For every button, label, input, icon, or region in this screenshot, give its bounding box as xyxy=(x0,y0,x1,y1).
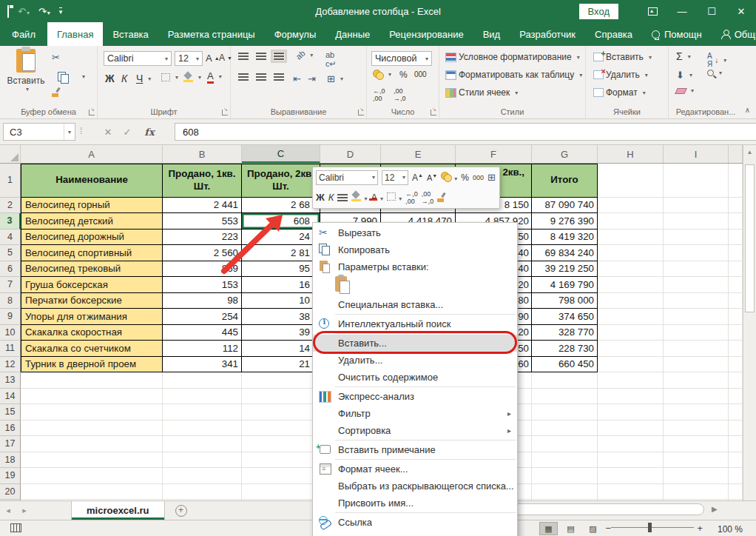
font-dialog-launcher[interactable] xyxy=(222,110,228,115)
cell-G19[interactable] xyxy=(532,468,598,484)
column-header-C[interactable]: C xyxy=(242,145,320,163)
menu-item-вставить-примечание[interactable]: Вставить примечание xyxy=(313,441,517,458)
cell-B10[interactable]: 445 xyxy=(163,325,242,341)
cell-C13[interactable] xyxy=(242,372,320,389)
column-header-H[interactable]: H xyxy=(598,145,664,163)
align-middle-button[interactable] xyxy=(256,53,266,60)
cell-H7[interactable] xyxy=(598,277,664,293)
cell-B11[interactable]: 112 xyxy=(163,341,242,357)
page-break-view-button[interactable]: ▨ xyxy=(584,522,602,535)
decrease-indent-button[interactable]: ⇤ xyxy=(293,73,301,84)
clipboard-dialog-launcher[interactable] xyxy=(89,110,95,115)
cell-A7[interactable]: Груша боксерская xyxy=(21,277,163,293)
tab-формулы[interactable]: Формулы xyxy=(265,22,326,46)
maximize-button[interactable]: ☐ xyxy=(697,0,726,22)
row-header-13[interactable]: 13 xyxy=(0,372,21,389)
merge-center-button[interactable]: ⊞▾ xyxy=(327,73,343,84)
sign-in-button[interactable]: Вход xyxy=(579,4,618,19)
cell-C10[interactable]: 39 xyxy=(242,325,320,341)
cell-A19[interactable] xyxy=(21,468,163,484)
cell-H10[interactable] xyxy=(598,325,664,341)
cell-G15[interactable] xyxy=(532,404,598,421)
cell-H14[interactable] xyxy=(598,389,664,405)
cell-I7[interactable] xyxy=(664,277,729,293)
tab-help[interactable]: Помощн xyxy=(642,22,712,46)
cell-I1[interactable] xyxy=(664,164,729,198)
cell-H12[interactable] xyxy=(598,357,664,373)
cell-I2[interactable] xyxy=(664,198,729,214)
ribbon-display-options-icon[interactable] xyxy=(638,0,667,22)
zoom-in-icon[interactable]: + xyxy=(697,523,703,534)
row-header-18[interactable]: 18 xyxy=(0,452,21,469)
cancel-entry-icon[interactable]: ✕ xyxy=(99,123,117,141)
cell-A13[interactable] xyxy=(21,372,163,389)
mini-font-name-combo[interactable]: Calibri▾ xyxy=(316,170,378,185)
menu-item-параметры-вставки[interactable]: Параметры вставки: xyxy=(313,258,517,275)
cell-H18[interactable] xyxy=(598,452,664,469)
mini-percent-button[interactable]: % xyxy=(461,172,469,183)
paste-option-icon[interactable] xyxy=(335,276,351,295)
cell-H9[interactable] xyxy=(598,309,664,325)
column-header-E[interactable]: E xyxy=(381,145,456,163)
menu-item-формат-ячеек[interactable]: Формат ячеек... xyxy=(313,460,517,478)
orientation-button[interactable]: ab▾ xyxy=(296,50,313,59)
row-header-16[interactable]: 16 xyxy=(0,421,21,437)
cell-G16[interactable] xyxy=(532,421,598,437)
cell-I19[interactable] xyxy=(664,468,729,484)
column-header-G[interactable]: G xyxy=(532,145,598,163)
italic-button[interactable]: К xyxy=(121,73,127,84)
mini-fill-color-button[interactable]: ▾ xyxy=(351,192,367,203)
cell-I11[interactable] xyxy=(664,341,729,357)
cell-A20[interactable] xyxy=(21,484,163,500)
collapse-ribbon-icon[interactable]: ∧ xyxy=(745,106,750,114)
cell-C19[interactable] xyxy=(242,468,320,484)
cell-B17[interactable] xyxy=(163,436,242,452)
cell-I5[interactable] xyxy=(664,245,729,261)
cell-A16[interactable] xyxy=(21,421,163,437)
menu-item-выбрать-из-раскрывающегося-списка[interactable]: Выбрать из раскрывающегося списка... xyxy=(313,478,517,495)
row-header-9[interactable]: 9 xyxy=(0,309,21,325)
close-button[interactable]: ✕ xyxy=(726,0,756,22)
cell-C16[interactable] xyxy=(242,421,320,437)
row-header-19[interactable]: 19 xyxy=(0,468,21,484)
tab-вставка[interactable]: Вставка xyxy=(103,22,158,46)
cell-H6[interactable] xyxy=(598,261,664,278)
cell-G9[interactable]: 374 650 xyxy=(532,309,598,325)
mini-align-icon[interactable] xyxy=(337,194,348,201)
cell-I4[interactable] xyxy=(664,230,729,246)
zoom-slider-track[interactable] xyxy=(611,527,694,528)
undo-icon[interactable]: ↶▾ xyxy=(18,6,30,17)
cell-G17[interactable] xyxy=(532,436,598,452)
clear-button[interactable]: ▾ xyxy=(676,87,694,94)
cell-H1[interactable] xyxy=(598,164,664,198)
row-header-12[interactable]: 12 xyxy=(0,357,21,373)
align-right-button[interactable] xyxy=(274,73,284,81)
mini-font-size-combo[interactable]: 12▾ xyxy=(382,170,408,185)
tab-данные[interactable]: Данные xyxy=(325,22,379,46)
cell-C9[interactable]: 38 xyxy=(242,309,320,325)
mini-grow-font-button[interactable]: А▲ xyxy=(412,172,423,183)
cell-H4[interactable] xyxy=(598,230,664,246)
conditional-formatting-button[interactable]: Условное форматирование▾ xyxy=(445,52,580,62)
header-cell-total[interactable]: Итого xyxy=(532,164,598,198)
row-header-10[interactable]: 10 xyxy=(0,325,21,341)
mini-merge-button[interactable]: ⊞ xyxy=(487,172,496,183)
cell-I8[interactable] xyxy=(664,293,729,309)
tab-вид[interactable]: Вид xyxy=(473,22,510,46)
cell-A12[interactable]: Турник в дверной проем xyxy=(21,357,163,373)
insert-function-icon[interactable]: fx xyxy=(141,123,158,141)
cell-C20[interactable] xyxy=(242,484,320,500)
cell-H5[interactable] xyxy=(598,245,664,261)
tab-разработчик[interactable]: Разработчик xyxy=(510,22,585,46)
row-header-1[interactable]: 1 xyxy=(0,164,21,198)
cell-G7[interactable]: 4 169 790 xyxy=(532,277,598,293)
normal-view-button[interactable]: ▦ xyxy=(539,522,558,535)
cell-A17[interactable] xyxy=(21,436,163,452)
align-left-button[interactable] xyxy=(238,73,249,81)
row-header-14[interactable]: 14 xyxy=(0,389,21,405)
cell-A2[interactable]: Велосипед горный xyxy=(21,198,163,214)
row-header-8[interactable]: 8 xyxy=(0,293,21,309)
format-as-table-button[interactable]: Форматировать как таблицу▾ xyxy=(445,70,582,80)
cell-H11[interactable] xyxy=(598,341,664,357)
cell-I3[interactable] xyxy=(664,213,729,230)
